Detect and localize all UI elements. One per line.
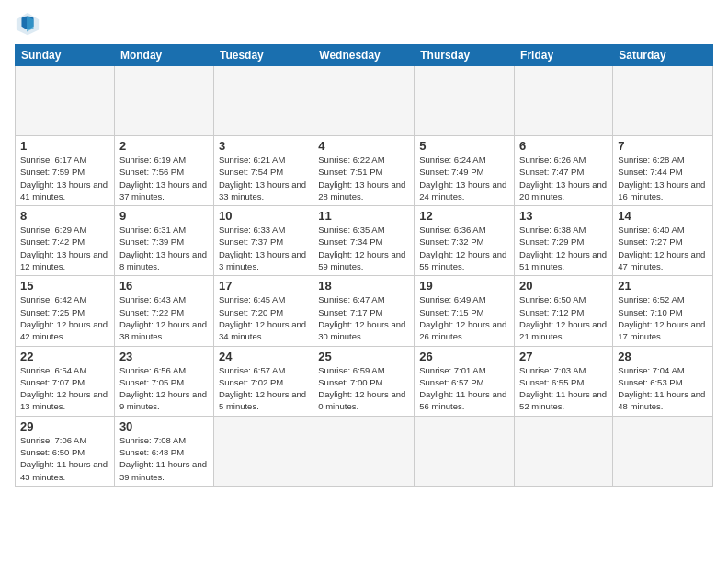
day-number: 24 [219,350,308,363]
calendar-cell: 7 Sunrise: 6:28 AM Sunset: 7:44 PM Dayli… [613,136,713,206]
calendar-cell: 5 Sunrise: 6:24 AM Sunset: 7:49 PM Dayli… [415,136,515,206]
day-number: 6 [519,139,608,153]
col-sunday: Sunday [16,45,115,66]
calendar-cell: 15 Sunrise: 6:42 AM Sunset: 7:25 PM Dayl… [16,276,115,346]
calendar-cell: 30 Sunrise: 7:08 AM Sunset: 6:48 PM Dayl… [114,416,213,486]
calendar-cell: 25 Sunrise: 6:59 AM Sunset: 7:00 PM Dayl… [313,346,415,416]
day-info: Sunrise: 6:59 AM Sunset: 7:00 PM Dayligh… [318,364,409,413]
day-number: 18 [318,279,409,293]
calendar-cell [114,66,213,136]
calendar-cell [515,66,613,136]
day-info: Sunrise: 6:45 AM Sunset: 7:20 PM Dayligh… [219,293,308,342]
calendar-cell: 29 Sunrise: 7:06 AM Sunset: 6:50 PM Dayl… [16,416,115,486]
col-saturday: Saturday [613,45,713,66]
calendar-cell: 17 Sunrise: 6:45 AM Sunset: 7:20 PM Dayl… [213,276,313,346]
calendar-cell [16,66,115,136]
day-number: 25 [318,350,409,363]
calendar-cell: 3 Sunrise: 6:21 AM Sunset: 7:54 PM Dayli… [213,136,313,206]
calendar-cell [515,416,613,486]
day-number: 22 [20,350,109,363]
calendar-cell: 26 Sunrise: 7:01 AM Sunset: 6:57 PM Dayl… [415,346,515,416]
calendar-cell: 2 Sunrise: 6:19 AM Sunset: 7:56 PM Dayli… [114,136,213,206]
day-number: 26 [419,350,509,363]
col-monday: Monday [114,45,213,66]
day-number: 9 [119,209,209,223]
calendar-cell: 13 Sunrise: 6:38 AM Sunset: 7:29 PM Dayl… [515,206,613,276]
calendar-cell [213,416,313,486]
calendar-cell: 14 Sunrise: 6:40 AM Sunset: 7:27 PM Dayl… [613,206,713,276]
day-info: Sunrise: 6:54 AM Sunset: 7:07 PM Dayligh… [20,364,109,413]
day-info: Sunrise: 6:42 AM Sunset: 7:25 PM Dayligh… [20,293,109,342]
day-info: Sunrise: 6:50 AM Sunset: 7:12 PM Dayligh… [519,293,608,342]
logo [15,11,44,37]
calendar-cell: 23 Sunrise: 6:56 AM Sunset: 7:05 PM Dayl… [114,346,213,416]
calendar-cell: 20 Sunrise: 6:50 AM Sunset: 7:12 PM Dayl… [515,276,613,346]
calendar-cell: 10 Sunrise: 6:33 AM Sunset: 7:37 PM Dayl… [213,206,313,276]
calendar-cell [415,416,515,486]
day-info: Sunrise: 6:56 AM Sunset: 7:05 PM Dayligh… [119,364,209,413]
day-number: 15 [20,279,109,293]
day-info: Sunrise: 7:04 AM Sunset: 6:53 PM Dayligh… [618,364,708,413]
day-number: 2 [119,139,209,153]
calendar-cell: 28 Sunrise: 7:04 AM Sunset: 6:53 PM Dayl… [613,346,713,416]
day-info: Sunrise: 6:26 AM Sunset: 7:47 PM Dayligh… [519,154,608,202]
col-wednesday: Wednesday [313,45,415,66]
day-info: Sunrise: 6:40 AM Sunset: 7:27 PM Dayligh… [618,224,708,272]
header [15,11,713,37]
weekday-header-row: Sunday Monday Tuesday Wednesday Thursday… [16,45,713,66]
day-number: 10 [219,209,308,223]
page: Sunday Monday Tuesday Wednesday Thursday… [0,0,728,563]
day-number: 21 [618,279,708,293]
day-number: 13 [519,209,608,223]
calendar-cell: 1 Sunrise: 6:17 AM Sunset: 7:59 PM Dayli… [16,136,115,206]
calendar-cell: 9 Sunrise: 6:31 AM Sunset: 7:39 PM Dayli… [114,206,213,276]
day-info: Sunrise: 6:52 AM Sunset: 7:10 PM Dayligh… [618,293,708,342]
col-tuesday: Tuesday [213,45,313,66]
day-info: Sunrise: 6:22 AM Sunset: 7:51 PM Dayligh… [318,154,409,202]
day-info: Sunrise: 6:47 AM Sunset: 7:17 PM Dayligh… [318,293,409,342]
day-info: Sunrise: 7:06 AM Sunset: 6:50 PM Dayligh… [20,434,109,483]
day-info: Sunrise: 6:21 AM Sunset: 7:54 PM Dayligh… [219,154,308,202]
day-number: 4 [318,139,409,153]
calendar-cell: 24 Sunrise: 6:57 AM Sunset: 7:02 PM Dayl… [213,346,313,416]
day-info: Sunrise: 6:49 AM Sunset: 7:15 PM Dayligh… [419,293,509,342]
logo-icon [15,11,40,37]
calendar-cell: 8 Sunrise: 6:29 AM Sunset: 7:42 PM Dayli… [16,206,115,276]
day-number: 29 [20,419,109,433]
calendar-cell: 11 Sunrise: 6:35 AM Sunset: 7:34 PM Dayl… [313,206,415,276]
calendar-cell [313,416,415,486]
calendar-cell: 16 Sunrise: 6:43 AM Sunset: 7:22 PM Dayl… [114,276,213,346]
calendar-cell [613,416,713,486]
day-info: Sunrise: 7:01 AM Sunset: 6:57 PM Dayligh… [419,364,509,413]
day-info: Sunrise: 6:57 AM Sunset: 7:02 PM Dayligh… [219,364,308,413]
day-number: 23 [119,350,209,363]
calendar-cell: 12 Sunrise: 6:36 AM Sunset: 7:32 PM Dayl… [415,206,515,276]
day-number: 5 [419,139,509,153]
day-number: 27 [519,350,608,363]
day-info: Sunrise: 6:35 AM Sunset: 7:34 PM Dayligh… [318,224,409,272]
day-number: 3 [219,139,308,153]
day-info: Sunrise: 6:29 AM Sunset: 7:42 PM Dayligh… [20,224,109,272]
day-number: 17 [219,279,308,293]
day-info: Sunrise: 6:19 AM Sunset: 7:56 PM Dayligh… [119,154,209,202]
day-number: 12 [419,209,509,223]
calendar-cell [613,66,713,136]
day-info: Sunrise: 6:24 AM Sunset: 7:49 PM Dayligh… [419,154,509,202]
day-number: 1 [20,139,109,153]
day-info: Sunrise: 7:08 AM Sunset: 6:48 PM Dayligh… [119,434,209,483]
day-number: 8 [20,209,109,223]
col-thursday: Thursday [415,45,515,66]
col-friday: Friday [515,45,613,66]
day-info: Sunrise: 6:43 AM Sunset: 7:22 PM Dayligh… [119,293,209,342]
day-info: Sunrise: 6:31 AM Sunset: 7:39 PM Dayligh… [119,224,209,272]
calendar-cell: 19 Sunrise: 6:49 AM Sunset: 7:15 PM Dayl… [415,276,515,346]
calendar-cell [415,66,515,136]
calendar-cell: 4 Sunrise: 6:22 AM Sunset: 7:51 PM Dayli… [313,136,415,206]
day-number: 20 [519,279,608,293]
day-number: 16 [119,279,209,293]
day-number: 14 [618,209,708,223]
calendar-cell: 18 Sunrise: 6:47 AM Sunset: 7:17 PM Dayl… [313,276,415,346]
day-info: Sunrise: 7:03 AM Sunset: 6:55 PM Dayligh… [519,364,608,413]
day-number: 30 [119,419,209,433]
day-info: Sunrise: 6:17 AM Sunset: 7:59 PM Dayligh… [20,154,109,202]
